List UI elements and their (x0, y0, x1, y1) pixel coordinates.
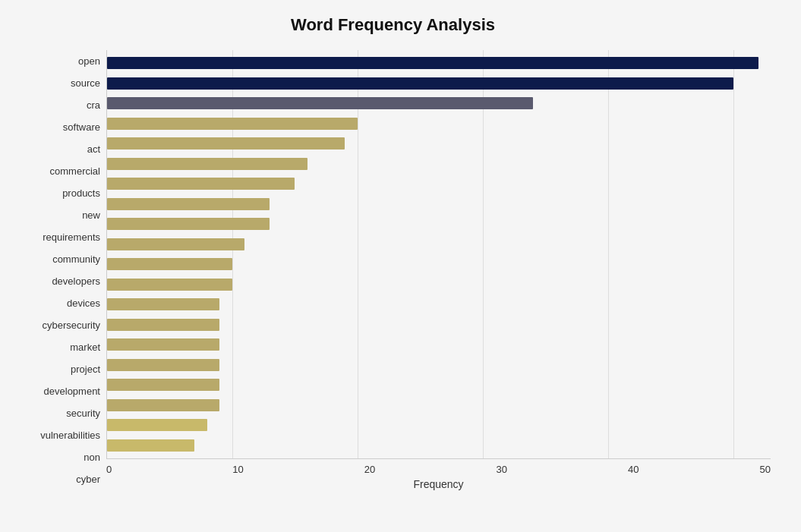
bar (107, 258, 232, 270)
bar-row (107, 197, 771, 212)
bar-row (107, 277, 771, 292)
bar (107, 379, 219, 391)
y-label: project (71, 364, 100, 374)
x-tick-label: 0 (106, 464, 112, 475)
bar (107, 419, 207, 431)
x-tick-label: 50 (760, 464, 771, 475)
bars-and-xaxis: 01020304050 Frequency (106, 50, 771, 490)
y-label: software (63, 122, 100, 132)
y-label: market (70, 342, 100, 352)
bar-row (107, 76, 771, 91)
bar (107, 218, 270, 230)
bar-row (107, 297, 771, 312)
y-label: open (78, 56, 100, 66)
y-label: act (87, 144, 100, 154)
bar (107, 439, 194, 452)
y-label: non (84, 452, 100, 462)
y-label: commercial (50, 166, 100, 176)
bars-inner (107, 50, 771, 458)
x-tick-label: 20 (364, 464, 375, 475)
bar-row (107, 257, 771, 272)
y-label: developers (52, 276, 100, 286)
bar (107, 279, 232, 291)
bar (107, 57, 758, 69)
x-tick-label: 10 (232, 464, 243, 475)
bar-row (107, 417, 771, 433)
bar (107, 118, 358, 130)
bar-row (107, 96, 771, 111)
chart-title: Word Frequency Analysis (15, 15, 771, 35)
x-tick-label: 30 (496, 464, 506, 475)
bar-row (107, 317, 771, 332)
y-label: security (66, 408, 100, 418)
bar-row (107, 55, 771, 71)
bars-area (106, 50, 771, 459)
chart-container: Word Frequency Analysis opensourcecrasof… (0, 0, 801, 532)
bar (107, 338, 219, 351)
bar-row (107, 337, 771, 352)
x-axis-labels: 01020304050 (106, 459, 771, 475)
bar (107, 178, 295, 190)
y-label: community (52, 254, 100, 264)
y-label: development (44, 386, 100, 396)
y-label: devices (67, 298, 100, 308)
bar (107, 399, 219, 411)
bar-row (107, 156, 771, 172)
bar (107, 359, 219, 371)
bar-row (107, 176, 771, 191)
y-label: cyber (76, 474, 100, 484)
bar (107, 158, 307, 170)
chart-area: opensourcecrasoftwareactcommercialproduc… (15, 50, 771, 490)
y-label: source (71, 78, 100, 88)
bar (107, 319, 219, 331)
bar-row (107, 116, 771, 131)
bar-row (107, 357, 771, 373)
y-label: vulnerabilities (40, 430, 100, 440)
bar-row (107, 237, 771, 252)
bar (107, 97, 533, 109)
bar-row (107, 216, 771, 231)
x-tick-label: 40 (628, 464, 639, 475)
bar-row (107, 136, 771, 151)
y-label: requirements (43, 232, 100, 242)
y-axis: opensourcecrasoftwareactcommercialproduc… (15, 50, 106, 490)
bar (107, 77, 733, 90)
y-label: cra (87, 100, 100, 110)
bar (107, 298, 219, 310)
x-axis-title: Frequency (106, 478, 771, 490)
bar (107, 137, 345, 150)
bar-row (107, 377, 771, 392)
bar (107, 198, 270, 210)
y-label: cybersecurity (42, 320, 100, 330)
y-label: new (82, 210, 100, 220)
bar (107, 238, 244, 250)
bar-row (107, 398, 771, 413)
y-label: products (62, 188, 100, 198)
bar-row (107, 438, 771, 453)
